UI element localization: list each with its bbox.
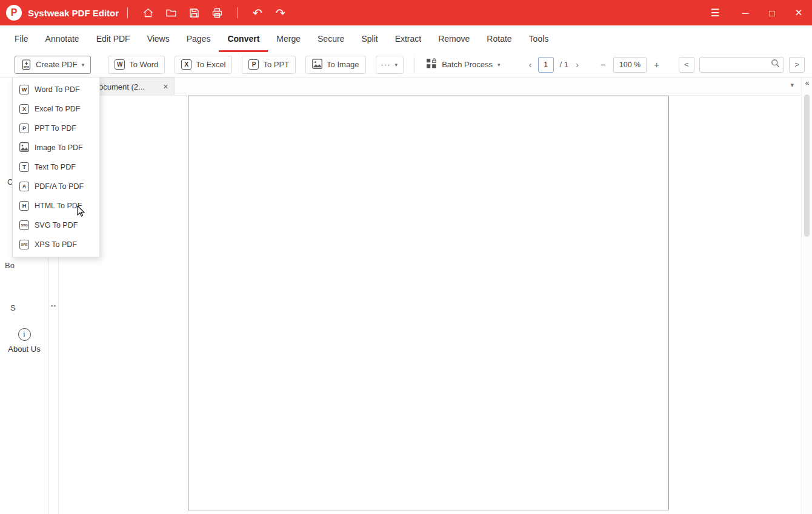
document-page bbox=[188, 96, 669, 510]
image-icon bbox=[312, 59, 322, 71]
menu-item-label: SVG To PDF bbox=[35, 221, 78, 229]
menu-item-xps-to-pdf[interactable]: XPS XPS To PDF bbox=[13, 235, 99, 254]
to-word-button[interactable]: W To Word bbox=[108, 56, 165, 74]
ellipsis-icon: ··· bbox=[381, 60, 391, 69]
excel-icon: X bbox=[181, 59, 191, 70]
home-icon[interactable] bbox=[136, 4, 159, 22]
find-previous-button[interactable]: < bbox=[679, 57, 694, 73]
menu-item-word-to-pdf[interactable]: W Word To PDF bbox=[13, 80, 99, 99]
print-icon[interactable] bbox=[205, 4, 228, 22]
zoom-in-button[interactable]: + bbox=[651, 59, 662, 70]
menu-pages[interactable]: Pages bbox=[178, 25, 219, 52]
menu-item-label: Word To PDF bbox=[35, 85, 80, 94]
hamburger-menu-icon[interactable]: ☰ bbox=[702, 0, 728, 25]
document-tab-label: ocument (2... bbox=[99, 82, 158, 91]
create-pdf-dropdown-menu: W Word To PDF X Excel To PDF P PPT To PD… bbox=[12, 77, 100, 257]
to-ppt-button[interactable]: P To PPT bbox=[242, 56, 296, 74]
text-icon: T bbox=[19, 162, 29, 172]
ppt-icon: P bbox=[248, 59, 259, 70]
toolbar: PDF Create PDF ▾ W To Word X To Excel P … bbox=[0, 52, 812, 77]
menu-item-html-to-pdf[interactable]: H HTML To PDF bbox=[13, 196, 99, 216]
menubar: File Annotate Edit PDF Views Pages Conve… bbox=[0, 25, 812, 52]
save-icon[interactable] bbox=[182, 4, 205, 22]
word-icon: W bbox=[115, 59, 125, 70]
document-tabbar: ocument (2... ✕ ▾ bbox=[58, 77, 801, 96]
to-excel-label: To Excel bbox=[196, 60, 225, 69]
chevron-down-icon: ▾ bbox=[82, 62, 85, 68]
vertical-scrollbar[interactable]: « bbox=[801, 77, 812, 514]
close-button[interactable]: ✕ bbox=[785, 0, 812, 25]
menu-remove[interactable]: Remove bbox=[430, 25, 478, 52]
next-page-button[interactable]: › bbox=[574, 59, 580, 70]
ppt-icon: P bbox=[19, 124, 29, 133]
svg-text:PDF: PDF bbox=[24, 65, 29, 68]
undo-icon[interactable]: ↶ bbox=[246, 4, 269, 22]
maximize-button[interactable]: □ bbox=[759, 0, 785, 25]
menu-convert[interactable]: Convert bbox=[219, 25, 268, 52]
menu-split[interactable]: Split bbox=[353, 25, 386, 52]
menu-extract[interactable]: Extract bbox=[387, 25, 430, 52]
toolbar-separator bbox=[414, 58, 415, 72]
to-image-label: To Image bbox=[327, 60, 359, 69]
open-folder-icon[interactable] bbox=[159, 4, 182, 22]
info-icon: i bbox=[18, 328, 31, 341]
titlebar: P Systweak PDF Editor ↶ ↷ ☰ ─ □ ✕ bbox=[0, 0, 812, 25]
tab-list-chevron-icon[interactable]: ▾ bbox=[790, 81, 794, 89]
panel-splitter-handle[interactable]: ◄► bbox=[49, 301, 58, 311]
menu-item-svg-to-pdf[interactable]: SVG SVG To PDF bbox=[13, 216, 99, 235]
sidebar-item-about-us[interactable]: i About Us bbox=[0, 328, 48, 354]
chevron-down-icon: ▾ bbox=[395, 62, 399, 68]
find-next-button[interactable]: > bbox=[789, 57, 805, 73]
prev-page-button[interactable]: ‹ bbox=[528, 59, 533, 70]
to-excel-button[interactable]: X To Excel bbox=[175, 56, 232, 74]
about-us-label: About Us bbox=[0, 344, 48, 354]
zoom-level-value[interactable]: 100 % bbox=[613, 57, 647, 73]
menu-item-label: Text To PDF bbox=[35, 163, 76, 171]
search-input[interactable] bbox=[705, 61, 768, 69]
menu-item-text-to-pdf[interactable]: T Text To PDF bbox=[13, 157, 99, 177]
menu-edit-pdf[interactable]: Edit PDF bbox=[88, 25, 139, 52]
menu-annotate[interactable]: Annotate bbox=[37, 25, 88, 52]
menu-item-excel-to-pdf[interactable]: X Excel To PDF bbox=[13, 99, 99, 119]
html-icon: H bbox=[19, 201, 29, 211]
menu-item-label: Image To PDF bbox=[35, 143, 83, 152]
to-ppt-label: To PPT bbox=[263, 60, 289, 69]
menu-item-label: HTML To PDF bbox=[35, 202, 82, 210]
xps-icon: XPS bbox=[19, 240, 29, 249]
menu-tools[interactable]: Tools bbox=[521, 25, 557, 52]
chevron-down-icon: ▾ bbox=[498, 62, 501, 68]
minimize-button[interactable]: ─ bbox=[732, 0, 759, 25]
scrollbar-thumb[interactable] bbox=[804, 94, 810, 237]
zoom-out-button[interactable]: − bbox=[598, 59, 608, 70]
menu-item-label: PDF/A To PDF bbox=[35, 182, 84, 191]
batch-process-button[interactable]: Batch Process ▾ bbox=[426, 58, 500, 71]
search-box bbox=[699, 57, 784, 73]
to-word-label: To Word bbox=[129, 60, 158, 69]
more-conversions-button[interactable]: ··· ▾ bbox=[376, 56, 404, 74]
menu-item-pdfa-to-pdf[interactable]: A PDF/A To PDF bbox=[13, 177, 99, 196]
tab-close-icon[interactable]: ✕ bbox=[158, 83, 174, 91]
menu-item-ppt-to-pdf[interactable]: P PPT To PDF bbox=[13, 119, 99, 138]
sidebar-item-fragment-3[interactable]: S bbox=[10, 303, 16, 312]
excel-icon: X bbox=[19, 104, 29, 114]
sidebar-item-fragment-2[interactable]: Bo bbox=[5, 261, 15, 270]
menu-item-image-to-pdf[interactable]: Image To PDF bbox=[13, 138, 99, 157]
redo-icon[interactable]: ↷ bbox=[269, 4, 292, 22]
app-window: P Systweak PDF Editor ↶ ↷ ☰ ─ □ ✕ File A… bbox=[0, 0, 812, 514]
menu-views[interactable]: Views bbox=[139, 25, 178, 52]
menu-secure[interactable]: Secure bbox=[309, 25, 353, 52]
menu-rotate[interactable]: Rotate bbox=[478, 25, 520, 52]
create-pdf-label: Create PDF bbox=[36, 60, 78, 69]
toolbar-right-group: ‹ / 1 › − 100 % + < > bbox=[528, 57, 805, 73]
app-title: Systweak PDF Editor bbox=[28, 8, 119, 18]
menu-file[interactable]: File bbox=[6, 25, 37, 52]
titlebar-separator bbox=[237, 7, 238, 18]
page-number-input[interactable] bbox=[538, 57, 554, 73]
create-pdf-button[interactable]: PDF Create PDF ▾ bbox=[15, 56, 91, 74]
menu-merge[interactable]: Merge bbox=[268, 25, 309, 52]
svg-icon: SVG bbox=[19, 220, 29, 230]
search-icon[interactable] bbox=[771, 59, 780, 70]
create-pdf-icon: PDF bbox=[21, 59, 32, 70]
to-image-button[interactable]: To Image bbox=[305, 56, 365, 74]
collapse-panel-icon[interactable]: « bbox=[802, 79, 812, 87]
